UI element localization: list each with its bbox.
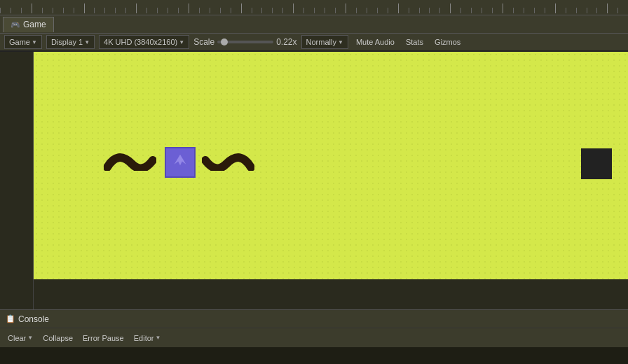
timeline-ruler: // render ticks inline via template tric… xyxy=(0,0,628,15)
mustache-right xyxy=(202,150,254,171)
player-sprite xyxy=(165,147,196,178)
stats-label: Stats xyxy=(406,38,423,46)
render-mode-arrow: ▼ xyxy=(338,39,343,46)
game-viewport xyxy=(34,52,628,279)
player-sprite-inner xyxy=(170,153,190,172)
resolution-dropdown-label: 4K UHD (3840x2160) xyxy=(104,38,177,46)
scale-control: Scale 0.22x xyxy=(193,37,296,47)
error-pause-label: Error Pause xyxy=(83,334,124,342)
display-dropdown-label: Display 1 xyxy=(51,38,83,46)
scale-slider-track[interactable] xyxy=(217,41,273,43)
game-dropdown[interactable]: Game ▼ xyxy=(4,35,42,49)
viewport-wrapper xyxy=(0,52,628,309)
game-dropdown-arrow: ▼ xyxy=(32,39,37,46)
display-dropdown[interactable]: Display 1 ▼ xyxy=(46,35,95,49)
display-dropdown-arrow: ▼ xyxy=(84,39,90,46)
render-mode-dropdown[interactable]: Normally ▼ xyxy=(301,35,348,49)
viewport-inner xyxy=(34,52,628,279)
gizmos-button[interactable]: Gizmos xyxy=(431,36,464,48)
game-tab[interactable]: 🎮 Game xyxy=(3,17,54,32)
collapse-label: Collapse xyxy=(43,334,73,342)
stats-button[interactable]: Stats xyxy=(402,36,427,48)
clear-label: Clear xyxy=(8,334,26,342)
game-tab-label: Game xyxy=(23,20,46,29)
error-pause-button[interactable]: Error Pause xyxy=(79,332,128,344)
editor-label: Editor xyxy=(134,334,154,342)
gizmos-label: Gizmos xyxy=(435,38,460,46)
resolution-dropdown[interactable]: 4K UHD (3840x2160) ▼ xyxy=(99,35,189,49)
mute-audio-label: Mute Audio xyxy=(356,38,395,46)
scale-value: 0.22x xyxy=(276,37,296,47)
game-tab-bar: 🎮 Game xyxy=(0,15,628,34)
ruler-marks: // render ticks inline via template tric… xyxy=(0,0,628,15)
mute-audio-button[interactable]: Mute Audio xyxy=(353,36,398,48)
game-toolbar: Game ▼ Display 1 ▼ 4K UHD (3840x2160) ▼ … xyxy=(0,34,628,52)
resolution-dropdown-arrow: ▼ xyxy=(179,39,184,46)
game-tab-icon: 🎮 xyxy=(11,20,20,29)
collapse-button[interactable]: Collapse xyxy=(39,332,76,344)
black-square-object xyxy=(581,148,612,179)
clear-dropdown-arrow: ▼ xyxy=(27,335,33,341)
editor-button[interactable]: Editor ▼ xyxy=(130,332,165,344)
scale-label: Scale xyxy=(193,37,214,47)
console-toolbar: Clear ▼ Collapse Error Pause Editor ▼ xyxy=(0,328,628,347)
main-layout: // render ticks inline via template tric… xyxy=(0,0,628,364)
console-output xyxy=(0,347,628,364)
scale-slider-thumb[interactable] xyxy=(221,38,228,46)
side-strip xyxy=(0,52,34,309)
render-mode-label: Normally xyxy=(306,38,336,46)
clear-button[interactable]: Clear ▼ xyxy=(4,332,36,344)
game-dropdown-label: Game xyxy=(9,38,30,46)
console-section: 📋 Console Clear ▼ Collapse Error Pause E… xyxy=(0,309,628,364)
editor-dropdown-arrow: ▼ xyxy=(155,335,161,341)
console-tab-label[interactable]: Console xyxy=(18,314,49,324)
console-icon: 📋 xyxy=(6,314,15,323)
console-tab-bar: 📋 Console xyxy=(0,309,628,328)
mustache-left xyxy=(104,150,156,171)
